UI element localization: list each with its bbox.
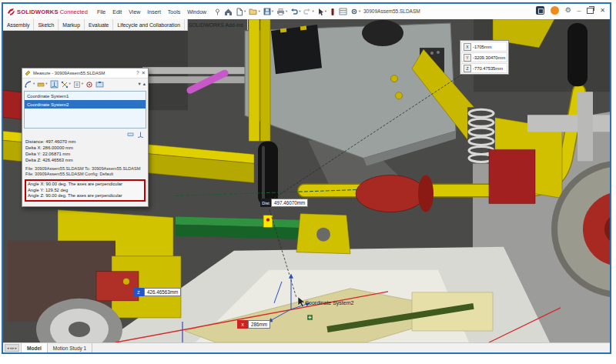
callout-row-z: Z -770.47535mm bbox=[461, 63, 507, 73]
home-icon[interactable] bbox=[224, 8, 233, 16]
menu-bar: File Edit View Insert Tools Window bbox=[97, 9, 206, 15]
callout-row-y: Y -3209.30470mm bbox=[461, 52, 507, 62]
redo-icon[interactable]: ▾ bbox=[303, 8, 313, 15]
restore-button[interactable] bbox=[587, 8, 594, 14]
tab-lifecycle-collaboration[interactable]: Lifecycle and Collaboration bbox=[113, 19, 185, 30]
show-xyz-icon[interactable] bbox=[50, 80, 59, 88]
measure-icon bbox=[25, 70, 31, 76]
y-axis-icon: Y bbox=[464, 54, 471, 62]
3dexperience-icon[interactable] bbox=[536, 6, 544, 15]
menu-view[interactable]: View bbox=[129, 9, 140, 15]
print-icon[interactable]: ▾ bbox=[276, 8, 287, 15]
tab-assembly[interactable]: Assembly bbox=[3, 19, 34, 30]
delta-x-value: 286mm bbox=[248, 320, 270, 329]
list-item-coordinate-system1[interactable]: Coordinate System1 bbox=[25, 92, 146, 100]
yellow-post-1 bbox=[249, 19, 259, 141]
pin-icon[interactable] bbox=[214, 8, 221, 15]
x-chip: X bbox=[237, 320, 248, 329]
screenshot-stage: SOLIDWORKS Connected File Edit View Inse… bbox=[0, 0, 616, 364]
undo-icon[interactable]: ▾ bbox=[290, 8, 300, 15]
minimize-button[interactable]: – bbox=[578, 8, 581, 14]
options-gear-icon[interactable]: ▾ bbox=[350, 8, 360, 15]
tab-solidworks-addins[interactable]: SOLIDWORKS Add-Ins bbox=[185, 19, 248, 30]
menu-insert[interactable]: Insert bbox=[147, 9, 161, 15]
close-button[interactable]: ✕ bbox=[600, 8, 605, 14]
document-title: 30909Assem55.SLDASM bbox=[363, 8, 420, 14]
delta-z-callout[interactable]: Z 426.46563mm bbox=[133, 288, 181, 296]
markup-tool-icon[interactable] bbox=[330, 8, 336, 16]
angle-x: Angle X: 90.00 deg. The axes are perpend… bbox=[28, 182, 142, 188]
tab-evaluate[interactable]: Evaluate bbox=[85, 19, 113, 30]
black-cylinder-top bbox=[362, 20, 403, 46]
command-manager-tabs: Assembly Sketch Markup Evaluate Lifecycl… bbox=[3, 19, 188, 31]
red-bracket-right bbox=[489, 149, 535, 203]
menu-file[interactable]: File bbox=[97, 9, 105, 15]
measure-results: Distance: 497.46070 mm Delta X: 286.0000… bbox=[22, 138, 148, 163]
dialog-help-button[interactable]: ? bbox=[136, 71, 139, 76]
brand-name: SOLIDWORKS bbox=[17, 8, 59, 15]
quick-toolbar: ▾ ▾ ▾ ▾ ▾ ▾ ▾ ▾ bbox=[214, 8, 360, 16]
settings-gear-icon[interactable]: ⚙ bbox=[565, 7, 571, 14]
silver-shaft bbox=[527, 115, 610, 132]
coordinate-system2-label[interactable]: Coordinate System2 bbox=[305, 300, 353, 306]
snapshot-icon[interactable] bbox=[95, 81, 104, 88]
wheel-left-hub bbox=[69, 322, 90, 337]
black-handle-right bbox=[567, 23, 588, 86]
battery-box bbox=[271, 25, 322, 74]
axes-projection-icon[interactable] bbox=[137, 127, 144, 141]
bolt-yellow-2 bbox=[391, 75, 398, 82]
tab-motion-study-1[interactable]: Motion Study 1 bbox=[48, 343, 92, 352]
user-avatar[interactable] bbox=[551, 6, 559, 15]
delta-x-callout[interactable]: X 286mm bbox=[237, 320, 270, 329]
point-to-point-icon[interactable]: ▾ bbox=[61, 81, 71, 88]
silver-post bbox=[578, 92, 593, 161]
pipe-gray-1 bbox=[142, 67, 256, 74]
save-icon[interactable]: ▾ bbox=[263, 8, 273, 15]
app-logo: SOLIDWORKS Connected bbox=[7, 8, 88, 16]
dialog-collapse-icon[interactable]: ▴ bbox=[143, 82, 146, 87]
brand-suffix: Connected bbox=[60, 8, 88, 15]
delta-z-value: 426.46563mm bbox=[144, 288, 181, 296]
bolt-yellow-1 bbox=[123, 279, 129, 285]
angle-y: Angle Y: 129.52 deg bbox=[28, 188, 142, 194]
measure-dialog-titlebar[interactable]: Measure - 30909Assem55.SLDASM ? ✕ bbox=[22, 68, 148, 78]
dist-chip: Dist bbox=[260, 199, 271, 207]
bolt-yellow-3 bbox=[396, 92, 403, 99]
menu-window[interactable]: Window bbox=[187, 9, 206, 15]
ruler-units-icon[interactable] bbox=[127, 127, 134, 141]
file-config: File: 30909Assem55.SLDASM Config: Defaul… bbox=[25, 172, 148, 177]
tab-model[interactable]: Model bbox=[21, 343, 48, 352]
red-cylinder-cap bbox=[418, 175, 434, 212]
graphics-area[interactable]: X -1705mm Y -3209.30470mm Z -770.47535mm… bbox=[3, 19, 610, 342]
tab-scroll-buttons[interactable]: ◂◂▸▸ bbox=[5, 344, 19, 352]
result-delta-x: Delta X: 286.00000 mm bbox=[25, 145, 148, 151]
display-pane-icon[interactable] bbox=[339, 8, 347, 15]
distance-callout[interactable]: Dist 497.46070mm bbox=[260, 199, 308, 207]
measure-file-info: File: 30909Assem55.SLDASM To: 30909Assem… bbox=[22, 163, 148, 177]
result-delta-z: Delta Z: 426.46563 mm bbox=[25, 157, 148, 163]
units-precision-icon[interactable]: ▾ bbox=[37, 81, 47, 88]
xyz-measurement-callout[interactable]: X -1705mm Y -3209.30470mm Z -770.47535mm bbox=[460, 40, 509, 75]
menu-tools[interactable]: Tools bbox=[168, 9, 180, 15]
arc-measure-icon[interactable]: ▾ bbox=[25, 81, 35, 88]
measure-dialog: Measure - 30909Assem55.SLDASM ? ✕ ▾ ▾ ▾ … bbox=[22, 68, 149, 207]
angle-z: Angle Z: 90.00 deg. The axes are perpend… bbox=[28, 193, 142, 199]
menu-edit[interactable]: Edit bbox=[112, 9, 122, 15]
tab-sketch[interactable]: Sketch bbox=[34, 19, 59, 30]
list-item-coordinate-system2[interactable]: Coordinate System2 bbox=[25, 100, 146, 109]
marker-origin-dot bbox=[266, 218, 270, 221]
handle-highlight bbox=[262, 145, 265, 199]
select-pointer-icon[interactable]: ▾ bbox=[317, 8, 326, 16]
window-controls: ⚙ – ✕ bbox=[536, 6, 605, 15]
measure-dialog-title: Measure - 30909Assem55.SLDASM bbox=[33, 71, 134, 75]
dialog-expand-icon[interactable]: ▾ bbox=[138, 82, 140, 87]
measure-selection-list[interactable]: Coordinate System1 Coordinate System2 bbox=[24, 91, 146, 129]
dialog-close-button[interactable]: ✕ bbox=[142, 71, 146, 76]
z-axis-icon: Z bbox=[464, 65, 471, 72]
battery-terminal-1 bbox=[280, 28, 287, 33]
tab-markup[interactable]: Markup bbox=[59, 19, 85, 30]
new-document-icon[interactable]: ▾ bbox=[236, 8, 246, 16]
measurement-history-icon[interactable]: ▾ bbox=[73, 81, 83, 88]
create-sensor-icon[interactable] bbox=[85, 81, 93, 88]
open-folder-icon[interactable]: ▾ bbox=[249, 8, 259, 15]
